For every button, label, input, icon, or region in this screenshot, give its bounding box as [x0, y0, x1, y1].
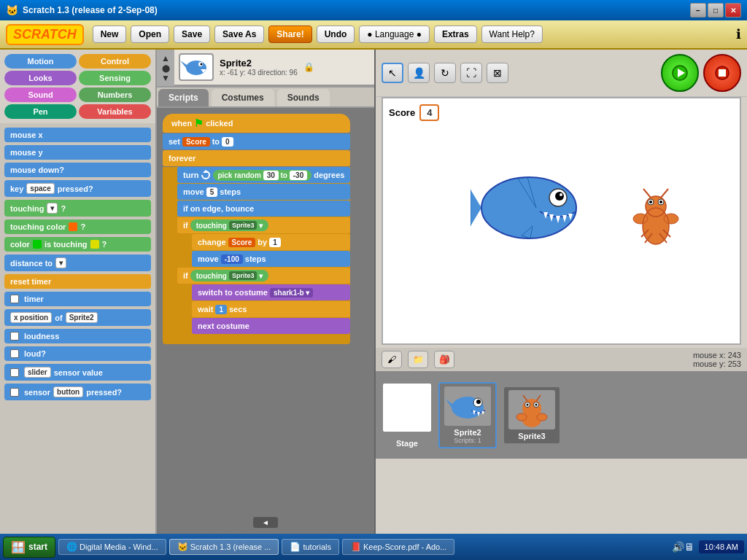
tool-shrink[interactable]: ⊠	[487, 63, 508, 83]
block-slider-sensor[interactable]: slider sensor value	[4, 364, 151, 381]
nav-down[interactable]: ▼	[161, 73, 170, 83]
block-move-5[interactable]: move 5 steps	[177, 184, 350, 200]
block-touching[interactable]: touching ▾ ?	[4, 200, 151, 217]
tab-costumes[interactable]: Costumes	[212, 89, 274, 106]
stage-card[interactable]	[382, 382, 433, 433]
distance-dropdown[interactable]: ▾	[55, 257, 66, 268]
block-mouse-y[interactable]: mouse y	[4, 145, 151, 160]
lock-icon[interactable]: 🔒	[303, 62, 314, 72]
info-icon[interactable]: ℹ	[736, 26, 741, 42]
block-set-score[interactable]: set Score to 0	[163, 133, 350, 149]
help-button[interactable]: Want Help?	[481, 26, 543, 43]
play-controls	[661, 54, 741, 92]
close-button[interactable]: ✕	[725, 3, 741, 18]
pick-random-block[interactable]: pick random 30 to -30	[213, 170, 311, 181]
block-if-touching-2[interactable]: if touching Sprite3 ▾	[177, 268, 350, 284]
shark-sprite[interactable]	[471, 157, 587, 253]
nav-up[interactable]: ▲	[161, 53, 170, 63]
category-looks[interactable]: Looks	[4, 71, 77, 85]
save-button[interactable]: Save	[174, 26, 210, 43]
category-control[interactable]: Control	[79, 54, 151, 69]
tab-sounds[interactable]: Sounds	[277, 89, 330, 106]
go-button[interactable]	[661, 54, 699, 92]
scroll-indicator[interactable]: ◄	[253, 517, 278, 528]
block-if-touching[interactable]: if touching Sprite3 ▾	[177, 217, 350, 233]
block-x-position[interactable]: x position of Sprite2	[4, 309, 151, 326]
sprite2-card[interactable]: Sprite2 Scripts: 1	[438, 382, 497, 448]
category-variables[interactable]: Variables	[79, 104, 151, 119]
block-switch-costume[interactable]: switch to costume shark1-b ▾	[192, 284, 350, 300]
category-motion[interactable]: Motion	[4, 54, 77, 69]
sensor-dropdown[interactable]: button	[53, 386, 83, 397]
block-sensor-button[interactable]: sensor button pressed?	[4, 384, 151, 400]
lobster-sprite[interactable]	[630, 186, 681, 253]
category-numbers[interactable]: Numbers	[79, 88, 151, 102]
touching-condition-1[interactable]: touching Sprite3 ▾	[190, 219, 269, 231]
taskbar-item-4[interactable]: 📕 Keep-Score.pdf - Ado...	[342, 539, 454, 555]
block-bounce[interactable]: if on edge, bounce	[177, 201, 350, 217]
undo-button[interactable]: Undo	[317, 26, 355, 43]
tab-scripts[interactable]: Scripts	[158, 89, 209, 106]
block-turn-random[interactable]: turn pick random 30 to -30 degrees	[177, 167, 350, 183]
touching-dropdown[interactable]: ▾	[47, 203, 58, 214]
category-sensing[interactable]: Sensing	[79, 71, 151, 85]
open-button[interactable]: Open	[131, 26, 169, 43]
xpos-sprite-dropdown[interactable]: Sprite2	[66, 312, 98, 323]
stage-folder-btn[interactable]: 📁	[408, 351, 428, 368]
extras-button[interactable]: Extras	[434, 26, 477, 43]
costume-val[interactable]: shark1-b ▾	[270, 288, 313, 298]
share-button[interactable]: Share!	[268, 26, 311, 43]
block-wait[interactable]: wait 1 secs	[192, 301, 350, 317]
stage-area[interactable]: Score 4	[382, 97, 741, 345]
block-mouse-x[interactable]: mouse x	[4, 128, 151, 142]
block-when-flag-clicked[interactable]: when ⚑ clicked	[163, 114, 350, 133]
sprite3-card[interactable]: Sprite3	[503, 386, 561, 445]
category-sound[interactable]: Sound	[4, 88, 77, 102]
stop-icon-svg	[715, 66, 729, 80]
nav-home[interactable]: ⬤	[162, 64, 170, 72]
save-as-button[interactable]: Save As	[214, 26, 264, 43]
taskbar-item-3[interactable]: 📄 tutorials	[282, 539, 339, 555]
block-timer[interactable]: timer	[4, 292, 151, 306]
titlebar-left: 🐱 Scratch 1.3 (release of 2-Sep-08)	[6, 4, 158, 16]
category-pen[interactable]: Pen	[4, 104, 77, 119]
block-color-touching[interactable]: color is touching ?	[4, 237, 151, 252]
taskbar-item-2[interactable]: 🐱 Scratch 1.3 (release ...	[169, 539, 279, 555]
stage-bag-btn[interactable]: 🎒	[434, 351, 454, 368]
tool-rotate[interactable]: ↻	[434, 63, 456, 83]
block-key-pressed[interactable]: key space pressed?	[4, 180, 151, 197]
taskbar-item-1[interactable]: 🌐 Digital Media - Wind...	[58, 539, 166, 555]
start-button[interactable]: 🪟 start	[3, 537, 55, 558]
key-dropdown[interactable]: space	[26, 183, 54, 194]
loudness-checkbox[interactable]	[10, 332, 19, 341]
touching-condition-2[interactable]: touching Sprite3 ▾	[190, 270, 269, 281]
tool-arrow[interactable]: ↖	[382, 63, 403, 83]
language-button[interactable]: ● Language ●	[359, 26, 430, 43]
loud-checkbox[interactable]	[10, 349, 19, 358]
tool-person[interactable]: 👤	[408, 63, 430, 83]
stage-paint-btn[interactable]: 🖌	[382, 351, 402, 368]
slider-dropdown[interactable]: slider	[24, 367, 51, 378]
block-loud[interactable]: loud?	[4, 346, 151, 361]
block-distance-to[interactable]: distance to ▾	[4, 254, 151, 271]
new-button[interactable]: New	[93, 26, 127, 43]
sprite3-dropdown-1[interactable]: Sprite3	[229, 221, 258, 230]
slider-checkbox[interactable]	[10, 368, 19, 377]
sensor-checkbox[interactable]	[10, 388, 19, 397]
script-area[interactable]: when ⚑ clicked set Score to 0 forever tu…	[157, 108, 374, 534]
block-touching-color[interactable]: touching color ?	[4, 219, 151, 234]
block-mouse-down[interactable]: mouse down?	[4, 163, 151, 177]
sprite3-dropdown-2[interactable]: Sprite3	[229, 271, 258, 280]
xpos-dropdown1[interactable]: x position	[10, 312, 52, 323]
block-forever[interactable]: forever	[163, 150, 350, 166]
block-reset-timer[interactable]: reset timer	[4, 274, 151, 289]
maximize-button[interactable]: □	[708, 3, 724, 18]
block-next-costume[interactable]: next costume	[192, 318, 350, 334]
minimize-button[interactable]: −	[690, 3, 706, 18]
timer-checkbox[interactable]	[10, 295, 19, 303]
block-change-score[interactable]: change Score by 1	[192, 234, 350, 250]
stop-button[interactable]	[703, 54, 741, 92]
tool-expand[interactable]: ⛶	[460, 63, 482, 83]
block-move-neg100[interactable]: move -100 steps	[192, 251, 350, 267]
block-loudness[interactable]: loudness	[4, 329, 151, 343]
